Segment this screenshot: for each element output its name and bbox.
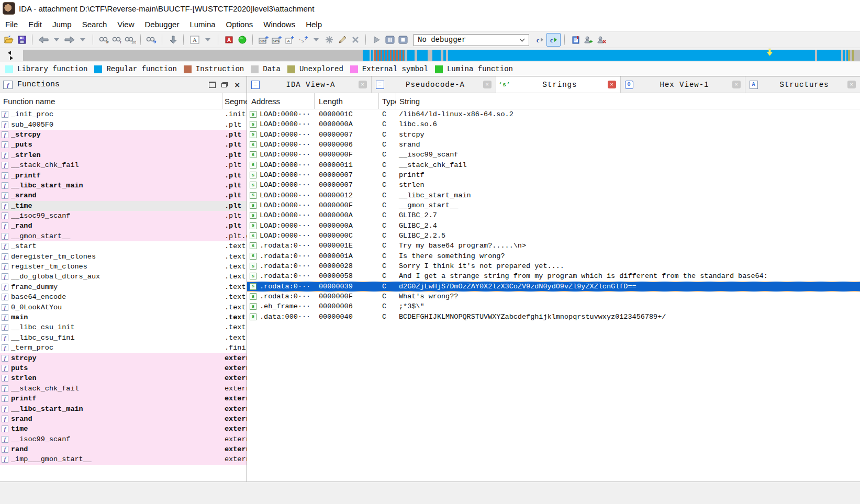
column-segment[interactable]: Segment: [222, 93, 247, 109]
function-row[interactable]: __libc_start_main .plt: [0, 181, 247, 191]
function-row[interactable]: register_tm_clones .text: [0, 262, 247, 272]
string-row[interactable]: LOAD:0000··· 00000007 C printf: [247, 170, 860, 180]
function-row[interactable]: __stack_chk_fail .plt: [0, 160, 247, 170]
panel-maximize-button[interactable]: [206, 80, 218, 90]
function-row[interactable]: printf extern: [0, 394, 247, 404]
function-row[interactable]: strlen extern: [0, 373, 247, 383]
tab-close-icon[interactable]: [608, 81, 616, 88]
string-row[interactable]: LOAD:0000··· 0000000F C __gmon_start__: [247, 200, 860, 210]
string-row[interactable]: LOAD:0000··· 0000000A C GLIBC_2.7: [247, 210, 860, 220]
navigate-forward-button[interactable]: [63, 33, 76, 46]
make-unknown-button[interactable]: [322, 33, 336, 46]
search-binary-button[interactable]: 101: [124, 33, 137, 46]
make-data-button[interactable]: DATA: [270, 33, 283, 46]
save-button[interactable]: [15, 33, 28, 46]
navigate-back-button[interactable]: [37, 33, 50, 46]
column-address[interactable]: Address: [247, 93, 314, 109]
lumina-pull-button[interactable]: [595, 33, 608, 46]
function-row[interactable]: strcpy extern: [0, 353, 247, 363]
quick-view-pseudocode-button[interactable]: c: [546, 33, 561, 47]
function-row[interactable]: _printf .plt: [0, 170, 247, 180]
column-length[interactable]: Length: [314, 93, 378, 109]
view-tab[interactable]: IDA View-A: [247, 76, 372, 93]
menu-item[interactable]: Lumina: [184, 18, 220, 31]
make-code-button[interactable]: CODE: [257, 33, 270, 46]
debugger-pause-button[interactable]: [383, 33, 396, 46]
string-row[interactable]: LOAD:0000··· 00000012 C __libc_start_mai…: [247, 191, 860, 200]
function-row[interactable]: _puts .plt: [0, 140, 247, 150]
function-row[interactable]: __libc_csu_init .text: [0, 322, 247, 332]
function-row[interactable]: _strlen .plt: [0, 150, 247, 160]
function-row[interactable]: rand extern: [0, 444, 247, 454]
menu-item[interactable]: Help: [300, 18, 327, 31]
search-text-button[interactable]: T: [110, 33, 124, 46]
tab-close-icon[interactable]: [483, 81, 492, 88]
function-row[interactable]: puts extern: [0, 363, 247, 373]
string-row[interactable]: LOAD:0000··· 0000000A C GLIBC_2.4: [247, 221, 860, 231]
function-row[interactable]: 0_0LookAtYou .text: [0, 302, 247, 312]
column-type[interactable]: Type: [378, 93, 396, 109]
menu-item[interactable]: Search: [77, 18, 113, 31]
quick-view-source-button[interactable]: c: [533, 33, 546, 46]
functions-column-header[interactable]: Function name Segment: [0, 93, 247, 109]
text-options-button[interactable]: A: [188, 33, 201, 46]
debugger-select[interactable]: No debugger: [414, 34, 529, 46]
tab-close-icon[interactable]: [732, 81, 741, 88]
function-row[interactable]: _strcpy .plt: [0, 130, 247, 140]
search-next-button[interactable]: [145, 33, 158, 46]
function-row[interactable]: _rand .plt: [0, 221, 247, 231]
string-row[interactable]: .rodata:0··· 00000039 C d2G0ZjLwHjS7DmOz…: [247, 282, 860, 292]
analysis-indicator-button[interactable]: A: [222, 33, 236, 46]
string-row[interactable]: LOAD:0000··· 0000000A C libc.so.6: [247, 119, 860, 129]
text-options-dropdown[interactable]: [201, 33, 214, 46]
menu-item[interactable]: Edit: [23, 18, 47, 31]
open-file-button[interactable]: [2, 33, 15, 46]
function-row[interactable]: frame_dummy .text: [0, 282, 247, 292]
string-row[interactable]: .rodata:0··· 00000058 C And I get a stra…: [247, 271, 860, 281]
function-row[interactable]: __isoc99_scanf extern: [0, 434, 247, 444]
column-string[interactable]: String: [396, 93, 860, 109]
column-function-name[interactable]: Function name: [0, 93, 222, 109]
menu-item[interactable]: View: [112, 18, 139, 31]
jump-button[interactable]: [166, 33, 180, 46]
string-row[interactable]: .rodata:0··· 0000001E C Try my base64 pr…: [247, 241, 860, 251]
search-address-button[interactable]: #: [97, 33, 110, 46]
navband-scroll-arrows[interactable]: [0, 51, 23, 60]
debugger-stop-button[interactable]: [396, 33, 409, 46]
function-row[interactable]: _time .plt: [0, 201, 247, 211]
function-row[interactable]: __libc_csu_fini .text: [0, 333, 247, 343]
function-row[interactable]: __gmon_start__ .plt.g: [0, 231, 247, 241]
function-row[interactable]: base64_encode .text: [0, 292, 247, 302]
function-row[interactable]: _term_proc .fini: [0, 343, 247, 353]
panel-restore-button[interactable]: [218, 80, 231, 90]
string-row[interactable]: LOAD:0000··· 00000006 C srand: [247, 140, 860, 150]
debugger-start-button[interactable]: [370, 33, 383, 46]
string-row[interactable]: .rodata:0··· 0000001A C Is there somethi…: [247, 251, 860, 261]
delete-button[interactable]: [349, 33, 362, 46]
string-row[interactable]: LOAD:0000··· 0000000F C __isoc99_scanf: [247, 150, 860, 160]
tab-close-icon[interactable]: [359, 81, 367, 88]
string-row[interactable]: LOAD:0000··· 00000011 C __stack_chk_fail: [247, 160, 860, 170]
view-tab[interactable]: Strings: [496, 76, 621, 93]
function-row[interactable]: _start .text: [0, 241, 247, 251]
function-row[interactable]: main .text: [0, 312, 247, 322]
navigation-band[interactable]: [23, 50, 860, 61]
string-row[interactable]: LOAD:0000··· 00000007 C strlen: [247, 180, 860, 190]
menu-item[interactable]: Debugger: [140, 18, 185, 31]
lumina-info-button[interactable]: [569, 33, 582, 46]
make-string-dropdown[interactable]: [309, 33, 322, 46]
panel-close-button[interactable]: [231, 80, 243, 90]
view-tab[interactable]: Structures: [745, 76, 860, 93]
make-string-button[interactable]: 's': [296, 33, 309, 46]
function-row[interactable]: __isoc99_scanf .plt: [0, 211, 247, 221]
strings-column-header[interactable]: Address Length Type String: [247, 93, 860, 109]
function-row[interactable]: __do_global_dtors_aux .text: [0, 272, 247, 282]
navigate-back-dropdown[interactable]: [50, 33, 63, 46]
navigate-forward-dropdown[interactable]: [76, 33, 89, 46]
tab-close-icon[interactable]: [847, 81, 856, 88]
edit-button[interactable]: [336, 33, 349, 46]
function-row[interactable]: __libc_start_main extern: [0, 404, 247, 413]
string-row[interactable]: .data:000··· 00000040 C BCDEFGHIJKLMNOPQ…: [247, 312, 860, 322]
function-row[interactable]: _imp___gmon_start__ extern: [0, 454, 247, 464]
menu-item[interactable]: Jump: [47, 18, 77, 31]
